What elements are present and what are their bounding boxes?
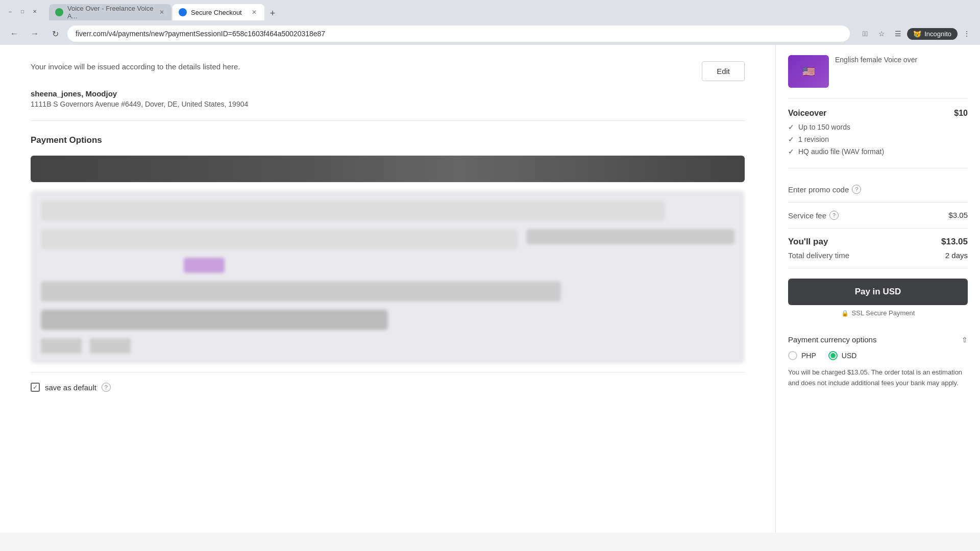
blurred-field-4 (184, 258, 225, 273)
tab-close-2[interactable]: ✕ (250, 8, 258, 16)
save-default-checkbox[interactable]: ✓ (31, 383, 40, 392)
tab-title-1: Voice Over - Freelance Voice A... (67, 5, 154, 20)
radio-php[interactable] (788, 351, 797, 360)
feature-item-1: ✓ Up to 150 words (788, 123, 968, 131)
check-icon-1: ✓ (788, 123, 794, 131)
currency-option-php[interactable]: PHP (788, 351, 816, 360)
left-panel: Your invoice will be issued according to… (0, 45, 776, 533)
radio-usd[interactable] (828, 351, 838, 360)
feature-label-1: Up to 150 words (798, 123, 850, 131)
fee-label: Service fee ? (788, 211, 839, 220)
delivery-label: Total delivery time (788, 251, 849, 260)
fee-help-icon[interactable]: ? (829, 211, 839, 220)
edit-button[interactable]: Edit (702, 61, 745, 81)
currency-header[interactable]: Payment currency options ⇧ (788, 335, 968, 344)
promo-row: Enter promo code ? (788, 177, 968, 203)
blurred-field-3 (526, 229, 734, 244)
save-help-icon[interactable]: ? (102, 383, 111, 392)
total-label: You'll pay (788, 237, 828, 247)
save-default-row: ✓ save as default ? (31, 372, 745, 402)
currency-note: You will be charged $13.05. The order to… (788, 367, 968, 389)
feature-item-2: ✓ 1 revision (788, 135, 968, 143)
currency-php-label: PHP (801, 352, 816, 360)
currency-usd-label: USD (842, 352, 857, 360)
blurred-field-7 (41, 338, 82, 354)
check-icon-2: ✓ (788, 135, 794, 143)
total-amount: $13.05 (941, 237, 968, 247)
payment-method-bar (31, 156, 745, 182)
delivery-row: Total delivery time 2 days (788, 251, 968, 260)
total-section: You'll pay $13.05 Total delivery time 2 … (788, 229, 968, 268)
currency-section: Payment currency options ⇧ PHP USD You w… (788, 327, 968, 389)
currency-title: Payment currency options (788, 335, 876, 344)
refresh-button[interactable]: ↻ (47, 26, 63, 42)
feature-list: ✓ Up to 150 words ✓ 1 revision ✓ HQ audi… (788, 123, 968, 156)
currency-option-usd[interactable]: USD (828, 351, 857, 360)
new-tab-button[interactable]: + (265, 6, 280, 20)
blurred-field-5 (41, 281, 561, 302)
chevron-up-icon: ⇧ (962, 336, 968, 344)
address-bar: ← → ↻ fiverr.com/v4/payments/new?payment… (0, 22, 980, 45)
checkbox-check-icon: ✓ (33, 384, 38, 391)
blurred-field-6 (41, 310, 388, 330)
fee-label-text: Service fee (788, 211, 826, 220)
tab-close-1[interactable]: ✕ (158, 8, 165, 16)
pay-button[interactable]: Pay in USD (788, 279, 968, 305)
promo-label-text: Enter promo code (788, 185, 849, 194)
save-default-label: save as default (45, 383, 96, 392)
tab-voiceover[interactable]: Voice Over - Freelance Voice A... ✕ (49, 4, 172, 20)
invoice-section: Your invoice will be issued according to… (31, 45, 745, 121)
address-icons: 👁̸ ☆ ☰ 😿 Incognito ⋮ (858, 27, 974, 41)
url-text: fiverr.com/v4/payments/new?paymentSessio… (76, 30, 325, 38)
blurred-field-8 (90, 338, 131, 354)
fee-row: Service fee ? $3.05 (788, 203, 968, 229)
incognito-icon: 😿 (913, 30, 921, 38)
feature-label-3: HQ audio file (WAV format) (798, 147, 884, 156)
ssl-label: SSL Secure Payment (852, 309, 915, 317)
browser-chrome: – □ ✕ Voice Over - Freelance Voice A... … (0, 0, 980, 45)
incognito-badge: 😿 Incognito (907, 28, 958, 40)
url-input[interactable]: fiverr.com/v4/payments/new?paymentSessio… (67, 26, 850, 42)
close-button[interactable]: ✕ (31, 7, 39, 15)
currency-options: PHP USD (788, 351, 968, 360)
blurred-field-2 (41, 229, 518, 249)
maximize-button[interactable]: □ (18, 7, 27, 15)
blurred-field-1 (41, 201, 665, 221)
voiceover-label: Voiceover (788, 109, 826, 118)
promo-help-icon[interactable]: ? (852, 185, 861, 194)
payment-section: Payment Options (31, 121, 745, 416)
tab-title-2: Secure Checkout (191, 9, 242, 16)
window-controls[interactable]: – □ ✕ (6, 7, 39, 15)
promo-label: Enter promo code ? (788, 185, 861, 194)
minimize-button[interactable]: – (6, 7, 14, 15)
titlebar: – □ ✕ Voice Over - Freelance Voice A... … (0, 0, 980, 22)
fee-amount: $3.05 (948, 211, 968, 220)
eyeoff-icon[interactable]: 👁̸ (858, 27, 872, 41)
check-icon-3: ✓ (788, 147, 794, 156)
payment-form-blurred (31, 190, 745, 364)
delivery-value: 2 days (945, 251, 968, 260)
lock-icon: 🔒 (841, 310, 849, 317)
forward-button[interactable]: → (27, 26, 43, 42)
tabs-bar: Voice Over - Freelance Voice A... ✕ Secu… (43, 2, 286, 20)
order-details: Voiceover $10 ✓ Up to 150 words ✓ 1 revi… (788, 109, 968, 168)
service-image: 🇺🇸 (788, 55, 829, 88)
star-icon[interactable]: ☆ (874, 27, 889, 41)
sidebar-icon[interactable]: ☰ (891, 27, 905, 41)
invoice-address: 1111B S Governors Avenue #6449, Dover, D… (31, 100, 745, 108)
menu-icon[interactable]: ⋮ (960, 27, 974, 41)
service-title: English female Voice over (835, 55, 917, 88)
ssl-row: 🔒 SSL Secure Payment (788, 309, 968, 317)
feature-item-3: ✓ HQ audio file (WAV format) (788, 147, 968, 156)
back-button[interactable]: ← (6, 26, 22, 42)
payment-section-title: Payment Options (31, 135, 745, 145)
page-content: Your invoice will be issued according to… (0, 45, 980, 533)
flag-icon: 🇺🇸 (802, 65, 815, 78)
incognito-label: Incognito (924, 30, 951, 38)
tab-favicon-1 (55, 8, 63, 16)
voiceover-row: Voiceover $10 (788, 109, 968, 118)
tab-checkout[interactable]: Secure Checkout ✕ (173, 4, 264, 20)
invoice-notice: Your invoice will be issued according to… (31, 61, 240, 73)
feature-label-2: 1 revision (798, 135, 829, 143)
radio-usd-dot (830, 353, 836, 358)
